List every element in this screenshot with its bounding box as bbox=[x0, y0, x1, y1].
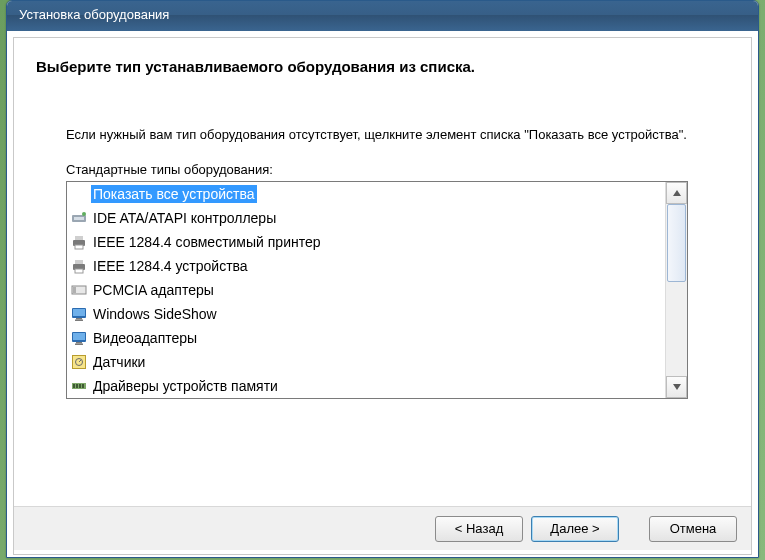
list-item[interactable]: IEEE 1284.4 совместимый принтер bbox=[67, 230, 665, 254]
next-button[interactable]: Далее > bbox=[531, 516, 619, 542]
footer-button-bar: < Назад Далее > Отмена bbox=[14, 506, 751, 550]
list-item-label: IEEE 1284.4 устройства bbox=[91, 257, 250, 275]
svg-rect-7 bbox=[75, 260, 83, 264]
list-item[interactable]: Драйверы устройств памяти bbox=[67, 374, 665, 398]
chevron-down-icon bbox=[673, 384, 681, 390]
svg-rect-14 bbox=[75, 320, 83, 322]
svg-rect-4 bbox=[75, 236, 83, 240]
scrollbar-track[interactable] bbox=[666, 204, 687, 376]
back-button[interactable]: < Назад bbox=[435, 516, 523, 542]
display-icon bbox=[71, 330, 87, 346]
svg-rect-23 bbox=[73, 384, 75, 388]
header-strip: Выберите тип устанавливаемого оборудован… bbox=[14, 38, 751, 118]
list-item-label: Датчики bbox=[91, 353, 147, 371]
blank-icon bbox=[71, 186, 87, 202]
list-item[interactable]: Видеоадаптеры bbox=[67, 326, 665, 350]
cancel-button[interactable]: Отмена bbox=[649, 516, 737, 542]
sensor-icon bbox=[71, 354, 87, 370]
list-item-label: IEEE 1284.4 совместимый принтер bbox=[91, 233, 323, 251]
list-item-label: Показать все устройства bbox=[91, 185, 257, 203]
list-label: Стандартные типы оборудования: bbox=[66, 162, 699, 177]
scroll-down-button[interactable] bbox=[666, 376, 687, 398]
printer-icon bbox=[71, 234, 87, 250]
svg-rect-10 bbox=[73, 287, 76, 293]
list-item-label: PCMCIA адаптеры bbox=[91, 281, 216, 299]
list-rows: Показать все устройстваIDE ATA/ATAPI кон… bbox=[67, 182, 665, 398]
list-item[interactable]: IEEE 1284.4 устройства bbox=[67, 254, 665, 278]
scroll-up-button[interactable] bbox=[666, 182, 687, 204]
svg-rect-5 bbox=[75, 245, 83, 249]
svg-rect-16 bbox=[73, 333, 85, 340]
list-item[interactable]: Windows SideShow bbox=[67, 302, 665, 326]
display-icon bbox=[71, 306, 87, 322]
svg-rect-1 bbox=[74, 217, 84, 220]
list-item-label: IDE ATA/ATAPI контроллеры bbox=[91, 209, 278, 227]
wizard-panel: Выберите тип устанавливаемого оборудован… bbox=[13, 37, 752, 555]
card-icon bbox=[71, 282, 87, 298]
svg-rect-13 bbox=[76, 318, 82, 320]
scrollbar-thumb[interactable] bbox=[667, 204, 686, 282]
hint-text: Если нужный вам тип оборудования отсутст… bbox=[66, 126, 699, 144]
controller-icon bbox=[71, 210, 87, 226]
page-title: Выберите тип устанавливаемого оборудован… bbox=[36, 58, 729, 75]
printer-icon bbox=[71, 258, 87, 274]
window-title: Установка оборудования bbox=[19, 7, 169, 22]
svg-rect-18 bbox=[75, 344, 83, 346]
chevron-up-icon bbox=[673, 190, 681, 196]
svg-rect-26 bbox=[82, 384, 84, 388]
svg-rect-24 bbox=[76, 384, 78, 388]
wizard-window: Установка оборудования Выберите тип уста… bbox=[6, 0, 759, 558]
titlebar: Установка оборудования bbox=[7, 1, 758, 31]
vertical-scrollbar[interactable] bbox=[665, 182, 687, 398]
hardware-type-listbox[interactable]: Показать все устройстваIDE ATA/ATAPI кон… bbox=[66, 181, 688, 399]
svg-rect-17 bbox=[76, 342, 82, 344]
svg-rect-8 bbox=[75, 269, 83, 273]
list-item[interactable]: Показать все устройства bbox=[67, 182, 665, 206]
list-item[interactable]: PCMCIA адаптеры bbox=[67, 278, 665, 302]
svg-rect-25 bbox=[79, 384, 81, 388]
list-item-label: Видеоадаптеры bbox=[91, 329, 199, 347]
body-area: Если нужный вам тип оборудования отсутст… bbox=[14, 118, 751, 399]
svg-rect-12 bbox=[73, 309, 85, 316]
list-item-label: Windows SideShow bbox=[91, 305, 219, 323]
list-item-label: Драйверы устройств памяти bbox=[91, 377, 280, 395]
memory-icon bbox=[71, 378, 87, 394]
svg-point-2 bbox=[82, 212, 86, 216]
list-item[interactable]: IDE ATA/ATAPI контроллеры bbox=[67, 206, 665, 230]
list-item[interactable]: Датчики bbox=[67, 350, 665, 374]
